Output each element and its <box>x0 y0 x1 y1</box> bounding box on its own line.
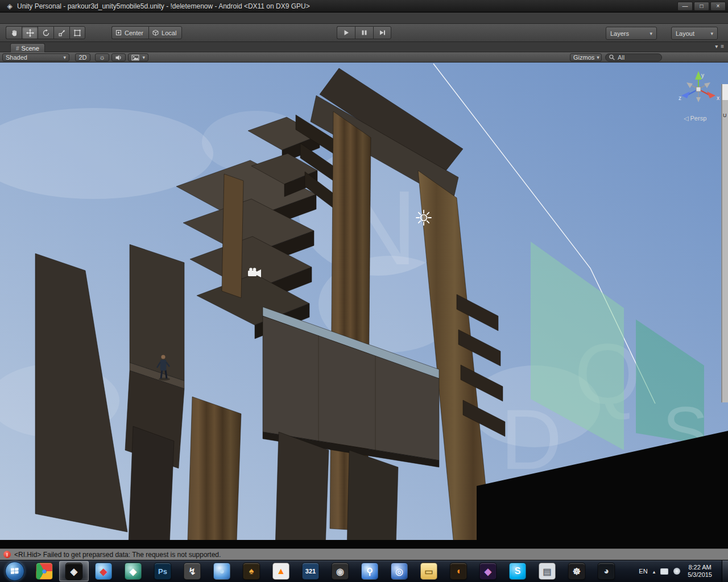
panel-menu-icon[interactable] <box>715 43 725 49</box>
layers-dropdown[interactable]: Layers <box>606 27 657 40</box>
2d-toggle-button[interactable]: 2D <box>75 53 90 61</box>
scene-lighting-button[interactable]: ☼ <box>95 53 109 61</box>
hidden-icons-chevron[interactable] <box>653 568 656 575</box>
pause-button[interactable] <box>355 26 373 39</box>
svg-text:U: U <box>723 113 727 118</box>
persp-axis-icon: ◁ <box>684 115 690 122</box>
main-toolbar: Center Local Layers <box>0 24 728 42</box>
docked-window-edge[interactable]: U <box>721 84 728 402</box>
taskbar-icon-file-explorer[interactable]: ▭ <box>414 561 444 581</box>
speaker-icon <box>115 54 122 61</box>
pivot-center-button[interactable]: Center <box>111 26 148 39</box>
start-button[interactable] <box>5 562 24 581</box>
scene-search-value: All <box>618 54 624 61</box>
pivot-controls: Center Local <box>111 26 182 39</box>
status-bar[interactable]: <RI.Hid> Failed to get preparsed data: T… <box>0 548 728 560</box>
status-message: <RI.Hid> Failed to get preparsed data: T… <box>14 551 221 559</box>
window-titlebar[interactable]: ◈ Unity Personal - parkour3d_unity5mobil… <box>0 0 728 13</box>
menu-file[interactable] <box>2 17 11 19</box>
rotate-icon <box>42 29 50 37</box>
minimize-button[interactable]: — <box>677 2 693 11</box>
gizmos-dropdown[interactable]: Gizmos <box>570 53 602 61</box>
menu-bar <box>0 13 728 24</box>
axis-z-label: z <box>679 95 681 101</box>
taskbar-icon-search-tool[interactable]: ⚲ <box>355 561 384 581</box>
taskbar-icon-globe[interactable]: ● <box>207 561 237 581</box>
menu-mobile-input[interactable] <box>48 17 57 19</box>
unity-window-icon: ◈ <box>5 2 14 11</box>
scene-canvas[interactable]: N Q D S <box>0 63 728 548</box>
play-button[interactable] <box>337 26 355 39</box>
scene-bottom-edge <box>0 540 728 548</box>
scene-audio-button[interactable] <box>111 53 126 61</box>
clock-time: 8:22 AM <box>688 564 711 571</box>
scene-tabstrip: Scene <box>0 42 728 52</box>
taskbar-clock[interactable]: 8:22 AM 5/3/2015 <box>685 564 714 579</box>
menu-edit[interactable] <box>11 17 20 19</box>
hand-tool-button[interactable] <box>6 26 22 39</box>
taskbar-icon-webcam[interactable]: ◉ <box>325 561 355 581</box>
pivot-local-label: Local <box>162 30 176 36</box>
menu-assets[interactable] <box>20 17 30 19</box>
rect-tool-button[interactable] <box>69 26 85 39</box>
scene-effects-dropdown[interactable] <box>128 53 148 61</box>
clock-date: 5/3/2015 <box>688 571 712 578</box>
show-desktop-button[interactable] <box>722 560 728 582</box>
scene-viewport[interactable]: N Q D S <box>0 63 728 548</box>
taskbar-icon-safari[interactable]: ◆ <box>89 561 118 581</box>
close-button[interactable]: × <box>710 2 726 11</box>
taskbar-icon-notes[interactable]: ▤ <box>532 561 562 581</box>
pivot-local-icon <box>152 30 159 36</box>
rotate-tool-button[interactable] <box>38 26 53 39</box>
pivot-local-button[interactable]: Local <box>148 26 182 39</box>
taskbar-apps: ● ◈ ◆ ◆ Ps ↯ ● ♠ ▲ 321 ◉ ⚲ <box>30 560 621 582</box>
maximize-button[interactable]: □ <box>694 2 709 11</box>
scale-icon <box>58 29 66 37</box>
step-button[interactable] <box>373 26 391 39</box>
2d-toggle-label: 2D <box>78 54 86 61</box>
move-tool-button[interactable] <box>22 26 38 39</box>
taskbar-icon-sphere[interactable]: ◎ <box>384 561 414 581</box>
shading-mode-label: Shaded <box>6 54 27 61</box>
taskbar-icon-media-orange[interactable]: ◖ <box>444 561 473 581</box>
scene-tab-grid-icon <box>16 45 19 52</box>
language-indicator[interactable]: EN <box>639 568 647 575</box>
layout-label: Layout <box>676 30 694 37</box>
light-gizmo[interactable] <box>416 210 431 225</box>
search-icon <box>609 54 615 61</box>
taskbar-icon-photoshop[interactable]: Ps <box>148 561 177 581</box>
taskbar-icon-vlc[interactable]: ▲ <box>266 561 296 581</box>
scene-tab-label: Scene <box>22 45 39 52</box>
taskbar-icon-obs[interactable]: ◕ <box>592 561 621 581</box>
menu-gameobject[interactable] <box>30 17 39 19</box>
sun-icon: ☼ <box>99 53 105 61</box>
scene-search-input[interactable]: All <box>605 53 662 61</box>
hand-icon <box>10 29 18 37</box>
play-icon <box>342 28 350 37</box>
system-tray: EN 8:22 AM 5/3/2015 <box>639 560 728 582</box>
taskbar-icon-gem[interactable]: ◆ <box>473 561 503 581</box>
scene-controlbar: Shaded 2D ☼ Gizmos All <box>0 52 728 63</box>
taskbar-icon-compass[interactable]: ◆ <box>118 561 148 581</box>
menu-component[interactable] <box>39 17 48 19</box>
axis-y-label: y <box>701 72 704 78</box>
taskbar-icon-media-player-321[interactable]: 321 <box>296 561 325 581</box>
taskbar-icon-chrome[interactable]: ● <box>30 561 59 581</box>
windows-flag-icon <box>10 567 19 575</box>
menu-help[interactable] <box>66 17 75 19</box>
taskbar-icon-unity[interactable]: ◈ <box>59 561 89 581</box>
layout-dropdown[interactable]: Layout <box>671 27 718 40</box>
scale-tool-button[interactable] <box>53 26 69 39</box>
taskbar-icon-skype[interactable]: S <box>503 561 532 581</box>
tray-keyboard-icon[interactable] <box>660 568 668 575</box>
tray-status-icon[interactable] <box>673 568 680 575</box>
taskbar-icon-fruit[interactable]: ♠ <box>237 561 266 581</box>
shading-mode-dropdown[interactable]: Shaded <box>2 53 69 61</box>
taskbar-icon-wheel[interactable]: ☸ <box>562 561 592 581</box>
pivot-center-label: Center <box>125 30 143 36</box>
rect-icon <box>73 29 81 37</box>
taskbar-icon-runner[interactable]: ↯ <box>177 561 207 581</box>
pivot-center-icon <box>115 30 122 36</box>
menu-window[interactable] <box>57 17 66 19</box>
tab-scene[interactable]: Scene <box>10 43 45 52</box>
